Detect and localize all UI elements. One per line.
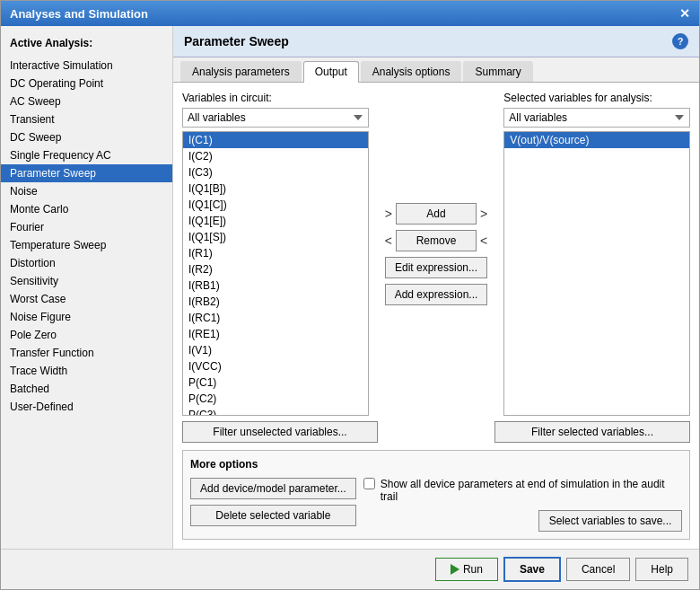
left-panel: Active Analysis: Interactive SimulationD… [1, 26, 173, 549]
circuit-variables-dropdown[interactable]: All variables [182, 108, 369, 128]
remove-button[interactable]: Remove [396, 230, 477, 251]
sidebar-item-temperature-sweep[interactable]: Temperature Sweep [1, 236, 172, 254]
more-options-section: More options Add device/model parameter.… [182, 450, 690, 540]
list-item[interactable]: I(R1) [183, 245, 368, 261]
dialog-window: Analyses and Simulation ✕ Active Analysi… [0, 0, 700, 590]
more-options-title: More options [190, 458, 682, 471]
tab-content: Variables in circuit: All variables I(C1… [173, 83, 699, 549]
list-item[interactable]: I(Q1[C]) [183, 197, 368, 213]
remove-left-arrow: < [385, 233, 392, 248]
add-arrows-row: > Add > [385, 203, 487, 225]
more-options-row: Add device/model parameter... Delete sel… [190, 478, 682, 532]
list-item[interactable]: I(C2) [183, 148, 368, 164]
tab-summary[interactable]: Summary [463, 61, 532, 82]
list-item[interactable]: I(C3) [183, 164, 368, 181]
circuit-variables-listbox[interactable]: I(C1)I(C2)I(C3)I(Q1[B])I(Q1[C])I(Q1[E])I… [182, 131, 369, 416]
selected-variables-listbox[interactable]: V(out)/V(source) [503, 131, 690, 416]
sidebar-item-interactive-simulation[interactable]: Interactive Simulation [1, 57, 172, 75]
help-button[interactable]: Help [635, 558, 688, 581]
selected-variables-dropdown[interactable]: All variables [503, 108, 690, 128]
selected-variables-column: Selected variables for analysis: All var… [503, 92, 690, 416]
sidebar-item-transient[interactable]: Transient [1, 110, 172, 128]
panel-header: Parameter Sweep ? [173, 26, 699, 57]
remove-arrows-row: < Remove < [385, 230, 487, 251]
sidebar-item-dc-operating-point[interactable]: DC Operating Point [1, 75, 172, 92]
list-item[interactable]: I(VCC) [183, 358, 368, 374]
panel-title: Parameter Sweep [184, 34, 289, 48]
sidebar-item-worst-case[interactable]: Worst Case [1, 290, 172, 308]
select-variables-button[interactable]: Select variables to save... [538, 510, 682, 532]
sidebar-item-trace-width[interactable]: Trace Width [1, 362, 172, 380]
title-bar: Analyses and Simulation ✕ [1, 1, 699, 26]
list-item[interactable]: I(R2) [183, 261, 368, 277]
show-parameters-checkbox-row: Show all device parameters at end of sim… [363, 478, 682, 503]
list-item[interactable]: I(Q1[E]) [183, 213, 368, 229]
sidebar-item-sensitivity[interactable]: Sensitivity [1, 272, 172, 290]
list-item[interactable]: P(C1) [183, 374, 368, 391]
sidebar-item-ac-sweep[interactable]: AC Sweep [1, 92, 172, 110]
list-item[interactable]: I(C1) [183, 132, 368, 148]
close-button[interactable]: ✕ [679, 6, 690, 21]
dialog-body: Active Analysis: Interactive SimulationD… [1, 26, 699, 549]
show-parameters-label: Show all device parameters at end of sim… [381, 478, 682, 503]
add-right-arrow: > [385, 207, 392, 221]
right-panel: Parameter Sweep ? Analysis parametersOut… [173, 26, 699, 549]
filter-unselected-button[interactable]: Filter unselected variables... [182, 421, 378, 443]
sidebar-item-single-frequency-ac[interactable]: Single Frequency AC [1, 146, 172, 164]
run-label: Run [463, 563, 483, 576]
run-triangle-icon [451, 564, 459, 575]
sidebar-item-monte-carlo[interactable]: Monte Carlo [1, 200, 172, 218]
tab-analysis-options[interactable]: Analysis options [361, 61, 462, 82]
variables-section: Variables in circuit: All variables I(C1… [182, 92, 690, 416]
filter-selected-button[interactable]: Filter selected variables... [494, 421, 690, 443]
sidebar-item-pole-zero[interactable]: Pole Zero [1, 326, 172, 344]
dialog-title: Analyses and Simulation [10, 7, 148, 21]
cancel-button[interactable]: Cancel [566, 558, 630, 581]
remove-left-arrow2: < [480, 233, 487, 248]
tab-output[interactable]: Output [303, 61, 359, 83]
add-right-arrow2: > [480, 207, 487, 221]
filter-middle-spacer [387, 421, 486, 443]
list-item[interactable]: I(Q1[B]) [183, 181, 368, 197]
list-item[interactable]: P(C2) [183, 391, 368, 407]
more-options-right: Show all device parameters at end of sim… [363, 478, 682, 532]
list-item[interactable]: V(out)/V(source) [504, 132, 689, 148]
help-icon[interactable]: ? [672, 33, 688, 49]
list-item[interactable]: I(Q1[S]) [183, 229, 368, 245]
add-button[interactable]: Add [396, 203, 477, 225]
tab-analysis-parameters[interactable]: Analysis parameters [180, 61, 302, 82]
list-item[interactable]: I(RE1) [183, 326, 368, 342]
tabs-bar: Analysis parametersOutputAnalysis option… [173, 57, 699, 83]
sidebar-item-noise[interactable]: Noise [1, 182, 172, 200]
list-item[interactable]: I(RB2) [183, 294, 368, 310]
show-parameters-checkbox[interactable] [363, 478, 375, 489]
add-device-button[interactable]: Add device/model parameter... [190, 478, 356, 499]
selected-variables-label: Selected variables for analysis: [503, 92, 690, 104]
sidebar-item-distortion[interactable]: Distortion [1, 254, 172, 272]
list-item[interactable]: P(C3) [183, 407, 368, 416]
run-button[interactable]: Run [435, 558, 498, 581]
circuit-variables-column: Variables in circuit: All variables I(C1… [182, 92, 369, 416]
add-expression-button[interactable]: Add expression... [385, 284, 488, 305]
list-item[interactable]: I(V1) [183, 342, 368, 358]
sidebar-item-transfer-function[interactable]: Transfer Function [1, 344, 172, 362]
sidebar-item-user-defined[interactable]: User-Defined [1, 398, 172, 416]
list-item[interactable]: I(RB1) [183, 277, 368, 294]
sidebar-item-noise-figure[interactable]: Noise Figure [1, 308, 172, 326]
more-options-left: Add device/model parameter... Delete sel… [190, 478, 356, 526]
sidebar-item-dc-sweep[interactable]: DC Sweep [1, 128, 172, 146]
delete-selected-button[interactable]: Delete selected variable [190, 505, 356, 526]
sidebar-item-fourier[interactable]: Fourier [1, 218, 172, 236]
list-item[interactable]: I(RC1) [183, 310, 368, 326]
save-button[interactable]: Save [503, 557, 561, 582]
sidebar-item-batched[interactable]: Batched [1, 380, 172, 398]
filter-row: Filter unselected variables... Filter se… [182, 421, 690, 443]
transfer-buttons: > Add > < Remove < Edit expression... Ad… [378, 92, 495, 416]
sidebar-item-parameter-sweep[interactable]: Parameter Sweep [1, 164, 172, 182]
active-analysis-label: Active Analysis: [1, 33, 172, 57]
edit-expression-button[interactable]: Edit expression... [385, 257, 487, 278]
bottom-bar: Run Save Cancel Help [1, 549, 699, 589]
circuit-variables-label: Variables in circuit: [182, 92, 369, 104]
